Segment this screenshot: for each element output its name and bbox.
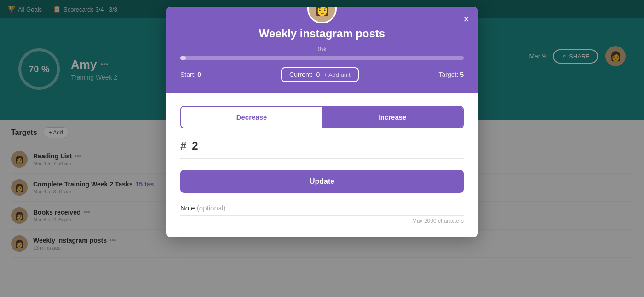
modal-progress-bar-fill bbox=[180, 56, 186, 60]
current-box[interactable]: Current: 0 + Add unit bbox=[281, 67, 359, 82]
note-divider bbox=[180, 215, 464, 216]
modal-avatar: 👩 bbox=[307, 7, 337, 23]
modal-header: 👩 × Weekly instagram posts 0% Start: 0 C… bbox=[166, 7, 478, 93]
value-display: # bbox=[180, 140, 464, 159]
modal-progress-pct: 0% bbox=[180, 46, 464, 52]
note-section: Note (optional) Max 2000 characters bbox=[180, 204, 464, 224]
start-metric: Start: 0 bbox=[180, 71, 201, 78]
hash-symbol: # bbox=[180, 140, 186, 152]
value-section: # bbox=[180, 140, 464, 159]
modal-overlay: 👩 × Weekly instagram posts 0% Start: 0 C… bbox=[0, 0, 644, 297]
decrease-button[interactable]: Decrease bbox=[181, 107, 322, 128]
value-input[interactable] bbox=[192, 140, 229, 152]
modal-metrics: Start: 0 Current: 0 + Add unit Target: 5 bbox=[180, 67, 464, 82]
note-label: Note (optional) bbox=[180, 204, 464, 212]
add-unit-link[interactable]: + Add unit bbox=[323, 71, 350, 78]
modal-close-button[interactable]: × bbox=[463, 14, 469, 24]
target-value: 5 bbox=[460, 71, 464, 78]
modal-progress-bar-wrap bbox=[180, 56, 464, 60]
modal-title: Weekly instagram posts bbox=[180, 27, 464, 40]
note-optional: (optional) bbox=[197, 204, 226, 212]
modal-avatar-face: 👩 bbox=[314, 7, 330, 17]
decrease-increase-toggle: Decrease Increase bbox=[180, 106, 464, 128]
target-metric: Target: 5 bbox=[438, 71, 464, 78]
current-value: 0 bbox=[316, 71, 320, 78]
modal: 👩 × Weekly instagram posts 0% Start: 0 C… bbox=[166, 7, 478, 237]
update-button[interactable]: Update bbox=[180, 170, 464, 193]
start-value: 0 bbox=[197, 71, 201, 78]
modal-body: Decrease Increase # Update Note (optiona… bbox=[166, 93, 478, 237]
max-chars-label: Max 2000 characters bbox=[180, 218, 464, 224]
increase-button[interactable]: Increase bbox=[322, 107, 463, 128]
